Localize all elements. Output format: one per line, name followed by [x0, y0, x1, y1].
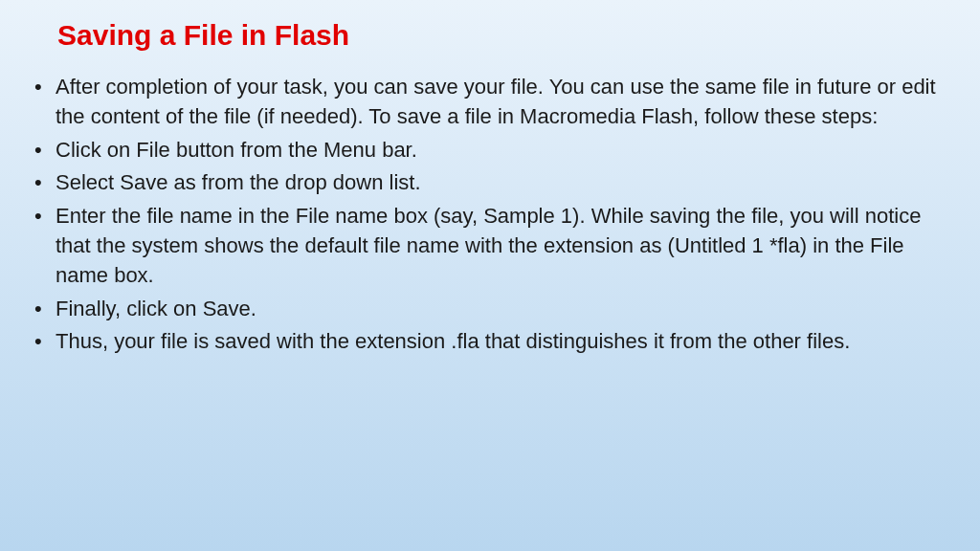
- list-item: After completion of your task, you can s…: [29, 73, 951, 132]
- bullet-list: After completion of your task, you can s…: [29, 73, 951, 357]
- list-item: Select Save as from the drop down list.: [29, 168, 951, 198]
- list-item: Finally, click on Save.: [29, 295, 951, 324]
- list-item: Thus, your file is saved with the extens…: [29, 327, 951, 357]
- list-item: Enter the file name in the File name box…: [29, 202, 951, 290]
- list-item: Click on File button from the Menu bar.: [29, 136, 951, 165]
- slide-title: Saving a File in Flash: [57, 19, 951, 52]
- slide-container: Saving a File in Flash After completion …: [0, 0, 980, 389]
